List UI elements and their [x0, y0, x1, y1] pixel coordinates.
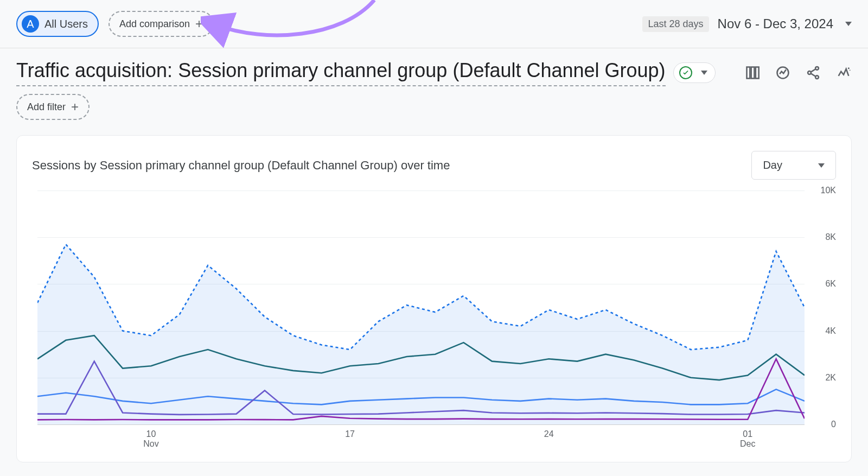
granularity-select[interactable]: Day [751, 151, 836, 180]
segment-label: All Users [44, 18, 88, 30]
chevron-down-icon [701, 71, 707, 75]
share-icon[interactable] [805, 65, 821, 81]
add-comparison-label: Add comparison [119, 18, 190, 30]
chart-card: Sessions by Session primary channel grou… [16, 135, 852, 462]
insights-icon[interactable] [775, 65, 791, 81]
segment-all-users[interactable]: A All Users [16, 11, 99, 37]
svg-point-7 [848, 67, 850, 69]
svg-rect-0 [747, 67, 750, 79]
add-filter-button[interactable]: Add filter + [16, 94, 90, 120]
svg-rect-1 [751, 67, 755, 79]
plus-icon: + [195, 17, 203, 30]
explore-sparkle-icon[interactable] [835, 65, 852, 81]
add-filter-label: Add filter [27, 101, 66, 113]
add-comparison-button[interactable]: Add comparison + [108, 11, 214, 37]
report-status-button[interactable] [673, 62, 716, 83]
check-circle-icon [679, 66, 692, 79]
page-title: Traffic acquisition: Session primary cha… [16, 59, 666, 86]
date-range-picker[interactable]: Last 28 days Nov 6 - Dec 3, 2024 [642, 16, 852, 32]
chart-caption: Sessions by Session primary channel grou… [32, 158, 450, 173]
chevron-down-icon [845, 22, 852, 26]
svg-rect-2 [756, 67, 759, 79]
segment-letter-badge: A [22, 15, 39, 33]
date-range-value: Nov 6 - Dec 3, 2024 [718, 16, 833, 31]
chevron-down-icon [818, 163, 825, 168]
date-range-preset: Last 28 days [642, 16, 709, 32]
plus-icon: + [71, 100, 79, 113]
customize-columns-icon[interactable] [744, 65, 761, 81]
granularity-value: Day [763, 159, 782, 172]
line-chart[interactable]: 02K4K6K8K10K 10Nov172401Dec [32, 191, 836, 456]
svg-point-8 [850, 69, 851, 71]
